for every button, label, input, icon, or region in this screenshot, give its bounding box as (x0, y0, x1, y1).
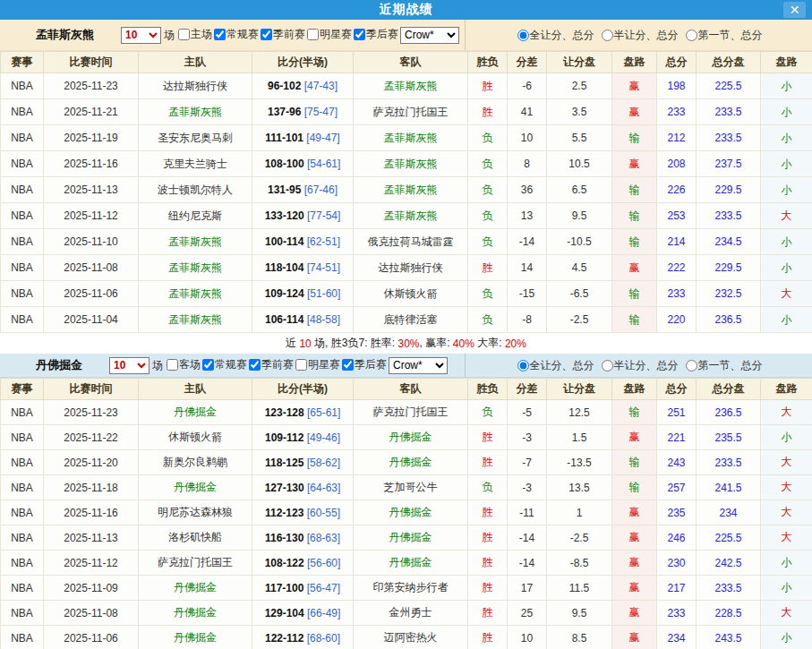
filter-checkbox[interactable]: 季前赛 (247, 357, 294, 372)
summary-text: 20% (505, 337, 526, 350)
cell-ou: 小 (761, 307, 812, 333)
cell-score: 100-114 [62-51] (252, 229, 354, 255)
full-score: 109-124 (265, 287, 304, 300)
cell-total_line: 233.5 (697, 576, 761, 601)
cell-total: 246 (657, 525, 697, 551)
close-icon[interactable]: ✕ (783, 2, 806, 18)
cell-total: 251 (657, 400, 697, 425)
filter-checkboxes: 客场常规赛季前赛明星赛季后赛 (165, 357, 387, 373)
line-type-radio[interactable]: 全让分、总分 (516, 358, 594, 373)
checkbox-input[interactable] (167, 359, 178, 371)
line-type-radio[interactable]: 全让分、总分 (516, 28, 594, 43)
radio-input[interactable] (602, 360, 613, 371)
odds-source-select[interactable]: Crow* (389, 357, 448, 374)
cell-handicap: 4.5 (547, 255, 612, 281)
radio-input[interactable] (686, 360, 697, 371)
checkbox-input[interactable] (261, 29, 272, 40)
checkbox-input[interactable] (202, 359, 214, 371)
odds-source-select[interactable]: Crow* (400, 27, 459, 44)
cell-diff: -14 (508, 551, 547, 576)
cell-date: 2025-11-22 (44, 425, 139, 450)
filter-checkbox[interactable]: 季前赛 (259, 27, 305, 42)
results-table-nuggets: 赛事比赛时间主队比分(半场)客队胜负分差让分盘盘路总分总分盘盘路 NBA2025… (0, 378, 812, 649)
cell-handicap_result: 输 (612, 307, 657, 333)
checkbox-input[interactable] (307, 29, 319, 40)
filter-checkbox[interactable]: 季后赛 (340, 357, 387, 372)
cell-ou: 小 (761, 73, 812, 99)
half-score: [56-47] (307, 582, 340, 594)
cell-date: 2025-11-23 (44, 73, 139, 99)
cell-score: 137-96 [75-47] (252, 99, 354, 125)
cell-ou: 大 (761, 450, 812, 475)
full-score: 100-114 (265, 235, 303, 248)
radio-input[interactable] (602, 30, 613, 41)
cell-home: 洛杉矶快船 (139, 525, 252, 551)
games-count-select[interactable]: 10 (109, 357, 150, 374)
checkbox-label: 季后赛 (355, 357, 387, 372)
full-score: 106-114 (265, 313, 303, 326)
cell-ou: 小 (761, 177, 812, 203)
checkbox-input[interactable] (214, 29, 226, 40)
cell-result: 胜 (468, 255, 508, 281)
cell-score: 111-101 [49-47] (252, 125, 354, 151)
cell-handicap_result: 赢 (612, 626, 657, 649)
cell-home: 波士顿凯尔特人 (139, 177, 252, 203)
half-score: [67-46] (304, 184, 338, 196)
full-score: 108-122 (265, 557, 304, 569)
cell-home: 孟菲斯灰熊 (139, 229, 252, 255)
cell-total_line: 232.5 (697, 281, 761, 307)
column-header: 总分盘 (697, 52, 761, 73)
cell-ou: 小 (761, 626, 812, 649)
filter-checkbox[interactable]: 季后赛 (352, 27, 398, 42)
filter-checkbox[interactable]: 常规赛 (212, 27, 259, 42)
filter-checkbox[interactable]: 常规赛 (201, 357, 247, 372)
half-score: [54-61] (307, 158, 340, 170)
cell-handicap_result: 赢 (612, 576, 657, 601)
cell-ou: 小 (761, 425, 812, 450)
cell-handicap_result: 输 (612, 177, 657, 203)
cell-league: NBA (1, 255, 44, 281)
games-count-select[interactable]: 10 (121, 27, 161, 44)
cell-result: 胜 (468, 525, 508, 551)
cell-ou: 小 (761, 229, 812, 255)
radio-input[interactable] (517, 30, 529, 41)
full-score: 133-120 (265, 209, 304, 222)
filter-checkbox[interactable]: 明星赛 (294, 357, 340, 372)
cell-diff: 17 (508, 576, 547, 601)
full-score: 116-130 (265, 532, 303, 544)
cell-result: 负 (468, 151, 508, 177)
column-header: 总分盘 (697, 379, 761, 400)
table-row: NBA2025-11-23丹佛掘金123-128 [65-61]萨克拉门托国王负… (1, 400, 812, 425)
checkbox-input[interactable] (354, 29, 365, 40)
line-type-radio[interactable]: 第一节、总分 (684, 358, 763, 373)
checkbox-input[interactable] (295, 359, 307, 371)
cell-total: 217 (657, 576, 697, 601)
cell-ou: 小 (761, 99, 812, 125)
filter-checkbox[interactable]: 客场 (165, 357, 201, 372)
cell-league: NBA (1, 551, 44, 576)
full-score: 117-100 (265, 582, 303, 594)
checkbox-input[interactable] (249, 359, 261, 371)
full-score: 118-125 (265, 457, 303, 469)
cell-total_line: 237.5 (697, 151, 761, 177)
filter-checkbox[interactable]: 明星赛 (305, 27, 352, 42)
cell-away: 丹佛掘金 (354, 425, 468, 450)
checkbox-input[interactable] (342, 359, 354, 371)
filter-checkbox[interactable]: 主场 (176, 27, 212, 42)
cell-handicap_result: 输 (612, 400, 657, 425)
cell-ou: 大 (761, 500, 812, 525)
radio-input[interactable] (686, 30, 697, 41)
half-score: [49-47] (306, 132, 339, 144)
cell-total: 212 (657, 125, 697, 151)
checkbox-input[interactable] (178, 29, 190, 40)
cell-away: 孟菲斯灰熊 (354, 177, 468, 203)
cell-diff: 13 (508, 203, 547, 229)
radio-input[interactable] (517, 360, 529, 371)
line-type-radio[interactable]: 半让分、总分 (600, 358, 679, 373)
line-type-radio[interactable]: 第一节、总分 (684, 28, 763, 43)
line-type-radio[interactable]: 半让分、总分 (600, 28, 679, 43)
summary-text: 场, 胜3负7: 胜率: (312, 336, 398, 351)
cell-date: 2025-11-20 (44, 450, 139, 475)
cell-ou: 大 (761, 475, 812, 500)
cell-score: 118-125 [58-62] (252, 450, 354, 475)
